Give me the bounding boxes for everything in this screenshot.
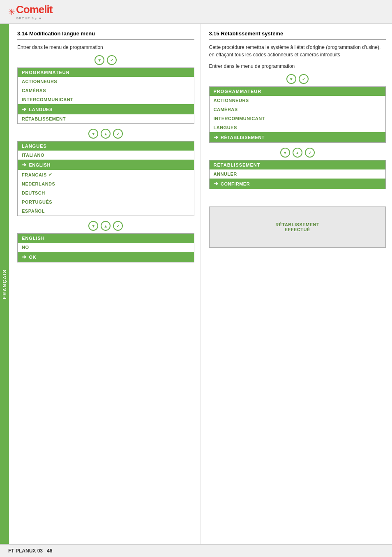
arrow-icon-english: ➜ [22,162,27,168]
nav-controls-r2: ▼ ▲ ✓ [209,148,386,158]
nav-down-btn-2[interactable]: ▼ [88,129,98,139]
left-menu-2-header: LANGUES [18,142,194,151]
nav-controls-r1: ▼ ✓ [209,74,386,84]
confirm-line2: EFFECTUÉ [275,227,319,232]
confirm-text: RÉTABLISSEMENT EFFECTUÉ [275,222,319,232]
nav-up-btn-2[interactable]: ▲ [101,129,111,139]
right-menu1-langues[interactable]: LANGUES [210,123,386,132]
confirm-box: RÉTABLISSEMENT EFFECTUÉ [209,207,386,248]
nav-up-btn-3[interactable]: ▲ [101,221,111,231]
right-menu2-confirmer[interactable]: ➜ CONFIRMER [210,179,386,189]
footer-page: 46 [47,548,52,554]
nav-down-btn-r1[interactable]: ▼ [286,74,296,84]
right-menu1-retablissement[interactable]: ➜ RÉTABLISSEMENT [210,132,386,142]
footer-product: FT PLANUX 03 [8,548,43,554]
nav-up-btn-r2[interactable]: ▲ [293,148,302,158]
left-menu2-portugues[interactable]: PORTUGUÊS [18,197,194,207]
left-menu2-francais[interactable]: FRANÇAIS ✓ [18,170,194,179]
arrow-icon-retablissement-r: ➜ [214,134,219,140]
left-menu1-item-retablissement[interactable]: RÉTABLISSEMENT [18,114,194,123]
left-section-title: 3.14 Modification langue menu [17,30,194,39]
left-column: 3.14 Modification langue menu Entrer dan… [9,24,201,544]
sidebar-language-label: FRANÇAIS [0,24,9,544]
left-menu1-item-cameras[interactable]: CAMÉRAS [18,86,194,95]
left-menu-3-header: ENGLISH [18,234,194,243]
logo-star-icon: ✳ [8,7,15,17]
nav-controls-2: ▼ ▲ ✓ [17,129,194,139]
footer: FT PLANUX 03 46 [0,544,392,557]
right-section-title: 3.15 Rétablissement système [209,30,386,39]
right-section-intro: Entrer dans le menu de programmation [209,63,386,70]
nav-controls-3: ▼ ▲ ✓ [17,221,194,231]
left-menu2-nederlands[interactable]: NEDERLANDS [18,179,194,188]
left-menu1-item-actionneurs[interactable]: ACTIONNEURS [18,77,194,86]
nav-check-btn-2[interactable]: ✓ [113,129,123,139]
right-menu-2: RÉTABLISSEMENT ANNULER ➜ CONFIRMER [209,160,386,189]
nav-check-btn-1[interactable]: ✓ [107,55,117,65]
logo-group: GROUP S.p.A. [16,17,52,20]
left-menu-3: ENGLISH NO ➜ OK [17,233,194,262]
columns: 3.14 Modification langue menu Entrer dan… [9,24,392,544]
right-menu1-actionneurs[interactable]: ACTIONNEURS [210,96,386,105]
logo: ✳ Comelit GROUP S.p.A. [8,3,52,20]
nav-check-btn-r1[interactable]: ✓ [299,74,309,84]
confirm-line1: RÉTABLISSEMENT [275,222,319,227]
arrow-icon-ok: ➜ [22,254,27,260]
arrow-icon-langues: ➜ [22,106,27,112]
nav-down-btn-r2[interactable]: ▼ [280,148,290,158]
nav-down-btn-3[interactable]: ▼ [88,221,98,231]
left-menu-1: PROGRAMMATEUR ACTIONNEURS CAMÉRAS INTERC… [17,67,194,124]
right-menu-1-header: PROGRAMMATEUR [210,87,386,96]
check-icon-francais: ✓ [48,172,53,177]
right-menu1-cameras[interactable]: CAMÉRAS [210,105,386,114]
right-section-desc: Cette procédure remettra le système à l'… [209,44,386,58]
left-menu3-no[interactable]: NO [18,243,194,252]
logo-brand: Comelit [16,3,52,16]
right-menu-2-header: RÉTABLISSEMENT [210,160,386,169]
spacer [209,194,386,207]
right-menu1-intercom[interactable]: INTERCOMMUNICANT [210,114,386,123]
left-menu1-item-langues[interactable]: ➜ LANGUES [18,104,194,114]
left-menu2-italiano[interactable]: ITALIANO [18,151,194,160]
left-menu1-item-intercom[interactable]: INTERCOMMUNICANT [18,95,194,104]
left-section-intro: Entrer dans le menu de programmation [17,44,194,51]
right-menu-1: PROGRAMMATEUR ACTIONNEURS CAMÉRAS INTERC… [209,86,386,143]
left-menu2-espanol[interactable]: ESPAÑOL [18,207,194,216]
left-menu-2: LANGUES ITALIANO ➜ ENGLISH FRANÇAIS ✓ NE… [17,141,194,216]
nav-check-btn-3[interactable]: ✓ [113,221,123,231]
left-menu2-deutsch[interactable]: DEUTSCH [18,188,194,197]
header: ✳ Comelit GROUP S.p.A. [0,0,392,24]
nav-controls-1: ▼ ✓ [17,55,194,65]
left-menu-1-header: PROGRAMMATEUR [18,68,194,77]
left-menu2-english[interactable]: ➜ ENGLISH [18,160,194,170]
right-column: 3.15 Rétablissement système Cette procéd… [201,24,392,544]
nav-down-btn-1[interactable]: ▼ [95,55,104,65]
content-area: FRANÇAIS 3.14 Modification langue menu E… [0,24,392,544]
nav-check-btn-r2[interactable]: ✓ [305,148,315,158]
left-menu3-ok[interactable]: ➜ OK [18,252,194,262]
right-menu2-annuler[interactable]: ANNULER [210,169,386,179]
arrow-icon-confirmer: ➜ [214,181,219,187]
